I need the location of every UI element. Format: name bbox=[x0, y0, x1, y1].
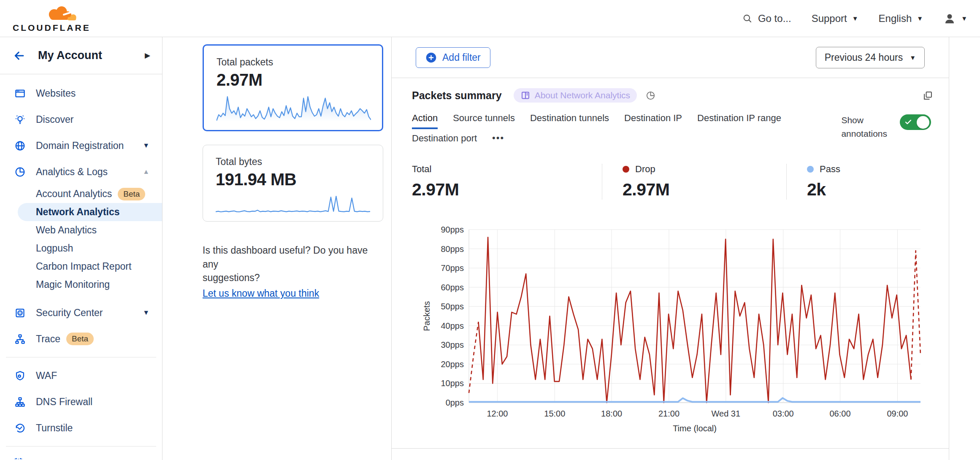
support-menu[interactable]: Support ▼ bbox=[812, 13, 858, 24]
vault-icon bbox=[13, 307, 27, 319]
sidebar-item-waf[interactable]: WAF bbox=[0, 363, 162, 389]
chevron-down-icon: ▼ bbox=[143, 142, 149, 149]
dimension-tabs: Action Source tunnels Destination tunnel… bbox=[412, 113, 929, 149]
svg-text:06:00: 06:00 bbox=[830, 409, 851, 418]
tab-action[interactable]: Action bbox=[412, 113, 438, 129]
svg-text:09:00: 09:00 bbox=[887, 409, 908, 418]
trace-icon bbox=[13, 333, 27, 345]
svg-text:03:00: 03:00 bbox=[773, 409, 794, 418]
account-menu[interactable]: ▼ bbox=[943, 12, 967, 25]
svg-text:90pps: 90pps bbox=[441, 225, 464, 234]
sidebar-divider bbox=[6, 446, 156, 446]
pass-dot bbox=[807, 166, 814, 173]
sidebar-item-partial[interactable] bbox=[0, 452, 162, 459]
shield-gear-icon bbox=[13, 370, 27, 382]
filter-toolbar: Add filter Previous 24 hours ▼ bbox=[392, 37, 949, 78]
hierarchy-icon bbox=[13, 396, 27, 408]
feedback-link[interactable]: Let us know what you think bbox=[203, 287, 319, 300]
top-header: CLOUDFLARE Go to... Support ▼ English ▼ … bbox=[0, 0, 980, 37]
tab-destination-port[interactable]: Destination port bbox=[412, 133, 477, 149]
more-tabs-button[interactable]: ••• bbox=[492, 133, 504, 149]
chevron-right-icon[interactable]: ▶ bbox=[145, 51, 150, 60]
svg-text:70pps: 70pps bbox=[441, 263, 464, 273]
svg-text:40pps: 40pps bbox=[441, 321, 464, 330]
svg-text:Wed 31: Wed 31 bbox=[712, 409, 741, 418]
packets-time-series-chart[interactable]: 0pps10pps20pps30pps40pps50pps60pps70pps8… bbox=[412, 211, 939, 441]
beta-badge: Beta bbox=[118, 188, 145, 200]
card-value: 191.94 MB bbox=[216, 170, 370, 189]
language-menu[interactable]: English ▼ bbox=[879, 13, 923, 24]
panel-header: Packets summary About Network Analytics bbox=[412, 88, 929, 103]
summary-column: Total packets 2.97M Total bytes 191.94 M… bbox=[162, 37, 391, 460]
goto-label: Go to... bbox=[758, 13, 791, 24]
about-network-analytics-chip[interactable]: About Network Analytics bbox=[514, 88, 637, 103]
sidebar-item-carbon-impact-report[interactable]: Carbon Impact Report bbox=[0, 257, 162, 276]
stats-row: Total 2.97M Drop 2.97M Pass 2k bbox=[412, 164, 929, 200]
rotate-check-icon bbox=[13, 422, 27, 434]
svg-text:50pps: 50pps bbox=[441, 302, 464, 311]
svg-text:Packets: Packets bbox=[422, 301, 431, 331]
panel-title: Packets summary bbox=[412, 89, 502, 102]
tab-destination-ip[interactable]: Destination IP bbox=[624, 113, 682, 129]
sidebar-item-magic-monitoring[interactable]: Magic Monitoring bbox=[0, 276, 162, 294]
drop-dot bbox=[623, 166, 629, 173]
lightbulb-icon bbox=[13, 114, 27, 125]
add-filter-button[interactable]: Add filter bbox=[416, 47, 490, 68]
account-row: My Account ▶ bbox=[0, 37, 162, 74]
back-arrow-icon[interactable] bbox=[12, 49, 26, 62]
annotations-toggle[interactable] bbox=[900, 114, 931, 130]
feedback-text: Is this dashboard useful? Do you have an… bbox=[203, 244, 384, 300]
time-range-dropdown[interactable]: Previous 24 hours ▼ bbox=[816, 47, 925, 68]
show-annotations: Show annotations bbox=[841, 114, 931, 140]
svg-text:Time (local): Time (local) bbox=[673, 424, 717, 433]
svg-text:20pps: 20pps bbox=[441, 360, 464, 369]
svg-text:12:00: 12:00 bbox=[487, 409, 508, 418]
sidebar-item-analytics-logs[interactable]: Analytics & Logs ▲ bbox=[0, 159, 162, 185]
browser-icon bbox=[13, 88, 27, 99]
goto-search[interactable]: Go to... bbox=[742, 13, 791, 24]
tab-source-tunnels[interactable]: Source tunnels bbox=[453, 113, 515, 129]
analytics-pie-icon[interactable] bbox=[645, 90, 656, 101]
sidebar-item-network-analytics[interactable]: Network Analytics bbox=[18, 203, 162, 221]
chevron-down-icon: ▼ bbox=[910, 54, 916, 61]
svg-text:30pps: 30pps bbox=[441, 340, 464, 349]
plus-circle-icon bbox=[425, 52, 437, 63]
sidebar-item-logpush[interactable]: Logpush bbox=[0, 239, 162, 257]
total-packets-card[interactable]: Total packets 2.97M bbox=[203, 44, 383, 131]
pie-chart-icon bbox=[13, 166, 27, 178]
main-panel: Add filter Previous 24 hours ▼ Packets s… bbox=[391, 37, 949, 460]
expand-panel-icon[interactable] bbox=[922, 90, 934, 101]
chevron-down-icon: ▼ bbox=[852, 15, 858, 22]
check-icon bbox=[904, 118, 912, 126]
svg-text:80pps: 80pps bbox=[441, 244, 464, 254]
tab-destination-ip-range[interactable]: Destination IP range bbox=[697, 113, 781, 129]
user-icon bbox=[943, 12, 956, 25]
sidebar-item-domain-registration[interactable]: Domain Registration ▼ bbox=[0, 133, 162, 159]
sidebar-item-security-center[interactable]: Security Center ▼ bbox=[0, 300, 162, 326]
sidebar-item-dns-firewall[interactable]: DNS Firewall bbox=[0, 389, 162, 415]
sidebar-nav: Websites Discover Doma bbox=[0, 74, 162, 459]
panel-bottom-divider bbox=[392, 448, 949, 449]
cloudflare-cloud-icon bbox=[42, 4, 81, 22]
svg-text:18:00: 18:00 bbox=[601, 409, 622, 418]
sparkle-icon bbox=[13, 452, 24, 459]
globe-icon bbox=[13, 140, 27, 152]
sidebar-item-trace[interactable]: Trace Beta bbox=[0, 326, 162, 352]
svg-text:0pps: 0pps bbox=[446, 398, 464, 407]
sidebar-divider bbox=[6, 357, 156, 357]
sidebar-item-turnstile[interactable]: Turnstile bbox=[0, 415, 162, 441]
account-title: My Account bbox=[38, 49, 102, 62]
total-bytes-sparkline bbox=[216, 195, 370, 213]
sidebar-item-discover[interactable]: Discover bbox=[0, 106, 162, 133]
sidebar-item-websites[interactable]: Websites bbox=[0, 80, 162, 106]
total-packets-sparkline bbox=[217, 95, 371, 122]
chevron-down-icon: ▼ bbox=[917, 15, 923, 22]
sidebar-item-account-analytics[interactable]: Account Analytics Beta bbox=[0, 185, 162, 203]
sidebar-item-web-analytics[interactable]: Web Analytics bbox=[0, 221, 162, 239]
tab-destination-tunnels[interactable]: Destination tunnels bbox=[530, 113, 609, 129]
svg-text:60pps: 60pps bbox=[441, 283, 464, 292]
language-label: English bbox=[879, 13, 912, 24]
card-value: 2.97M bbox=[217, 70, 369, 89]
total-bytes-card[interactable]: Total bytes 191.94 MB bbox=[203, 145, 383, 222]
cloudflare-wordmark: CLOUDFLARE bbox=[13, 23, 84, 33]
